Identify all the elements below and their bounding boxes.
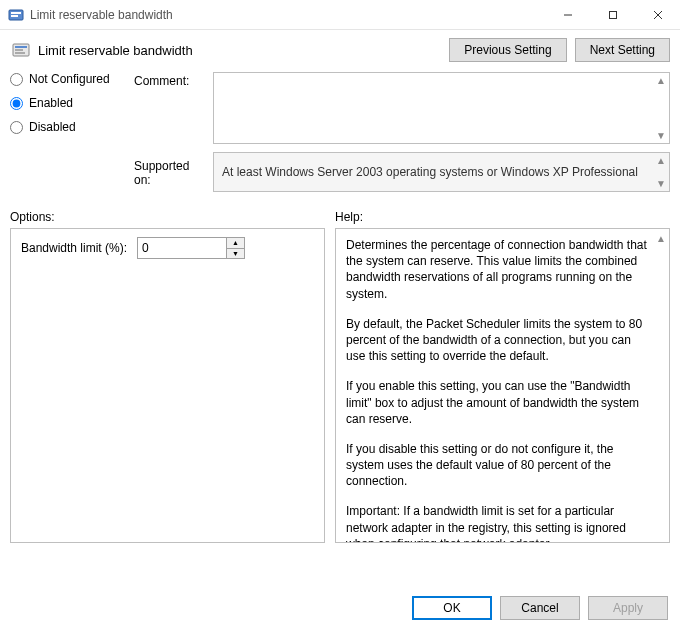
bandwidth-limit-label: Bandwidth limit (%): [21,241,127,255]
previous-setting-button[interactable]: Previous Setting [449,38,566,62]
svg-rect-10 [15,52,25,54]
scroll-up-icon[interactable]: ▲ [656,75,666,86]
radio-not-configured-label: Not Configured [29,72,110,86]
help-text: By default, the Packet Scheduler limits … [346,316,651,365]
spinner-up-button[interactable]: ▲ [227,238,244,249]
app-icon [8,7,24,23]
policy-name: Limit reservable bandwidth [38,43,441,58]
svg-rect-1 [11,12,21,14]
help-panel: ▲ Determines the percentage of connectio… [335,228,670,543]
scroll-down-icon[interactable]: ▼ [656,130,666,141]
radio-enabled-input[interactable] [10,97,23,110]
comment-label: Comment: [134,72,209,88]
help-label: Help: [335,210,670,224]
maximize-button[interactable] [590,0,635,29]
spinner-down-button[interactable]: ▼ [227,249,244,259]
bandwidth-limit-spinner[interactable]: ▲ ▼ [137,237,245,259]
state-radio-group: Not Configured Enabled Disabled [10,72,130,134]
policy-icon [10,39,32,61]
options-label: Options: [10,210,335,224]
radio-disabled-label: Disabled [29,120,76,134]
footer-buttons: OK Cancel Apply [412,596,668,620]
header-row: Limit reservable bandwidth Previous Sett… [10,38,670,62]
radio-not-configured[interactable]: Not Configured [10,72,130,86]
help-text: If you disable this setting or do not co… [346,441,651,490]
radio-enabled[interactable]: Enabled [10,96,130,110]
apply-button[interactable]: Apply [588,596,668,620]
close-button[interactable] [635,0,680,29]
help-text: Important: If a bandwidth limit is set f… [346,503,651,543]
supported-on-value: At least Windows Server 2003 operating s… [222,165,638,179]
svg-rect-9 [15,49,23,51]
bandwidth-limit-input[interactable] [138,238,226,258]
window-title: Limit reservable bandwidth [30,8,545,22]
ok-button[interactable]: OK [412,596,492,620]
scroll-up-icon[interactable]: ▲ [656,233,666,244]
help-text: Determines the percentage of connection … [346,237,651,302]
svg-rect-8 [15,46,27,48]
radio-disabled[interactable]: Disabled [10,120,130,134]
radio-not-configured-input[interactable] [10,73,23,86]
cancel-button[interactable]: Cancel [500,596,580,620]
help-text: If you enable this setting, you can use … [346,378,651,427]
window-controls [545,0,680,29]
titlebar: Limit reservable bandwidth [0,0,680,30]
scroll-down-icon[interactable]: ▼ [656,178,666,189]
options-panel: Bandwidth limit (%): ▲ ▼ [10,228,325,543]
comment-textbox[interactable]: ▲ ▼ [213,72,670,144]
next-setting-button[interactable]: Next Setting [575,38,670,62]
supported-on-box: At least Windows Server 2003 operating s… [213,152,670,192]
radio-disabled-input[interactable] [10,121,23,134]
svg-rect-2 [11,15,18,17]
minimize-button[interactable] [545,0,590,29]
supported-on-label: Supported on: [134,157,209,187]
radio-enabled-label: Enabled [29,96,73,110]
scroll-up-icon[interactable]: ▲ [656,155,666,166]
svg-rect-4 [609,11,616,18]
